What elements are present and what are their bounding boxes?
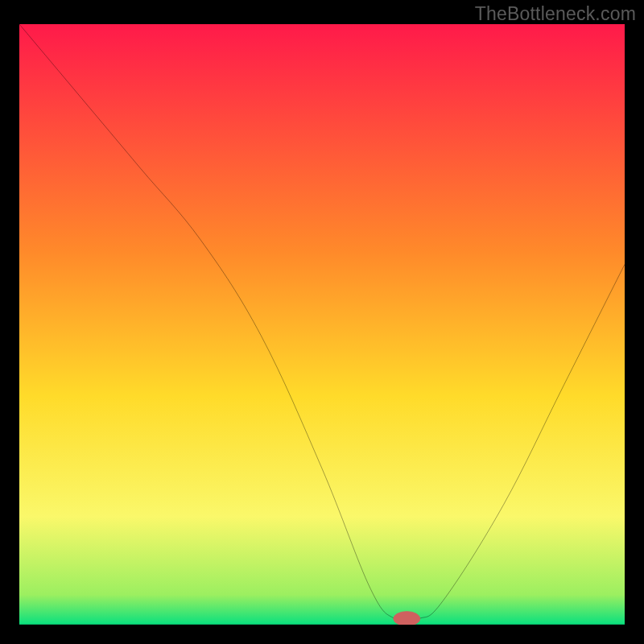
optimal-point-marker [394, 612, 420, 625]
bottleneck-plot [19, 24, 625, 625]
plot-svg [19, 24, 625, 625]
chart-frame: TheBottleneck.com [0, 0, 644, 644]
plot-background [19, 24, 625, 625]
watermark-text: TheBottleneck.com [475, 3, 636, 25]
